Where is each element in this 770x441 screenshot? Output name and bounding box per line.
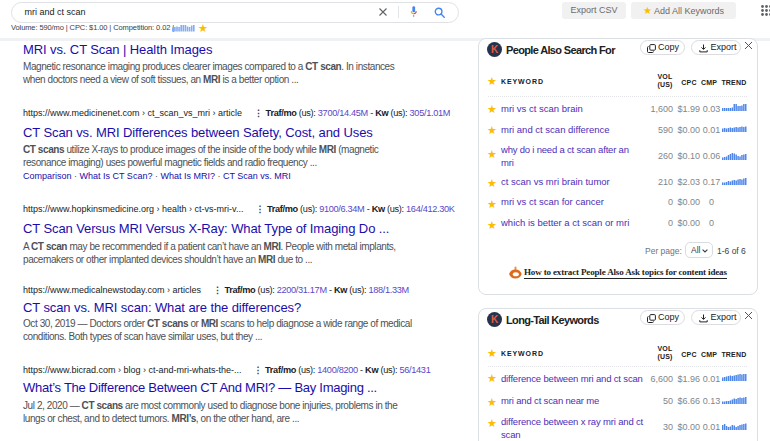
svg-text:K: K (491, 314, 499, 325)
svg-text:K: K (491, 44, 499, 55)
